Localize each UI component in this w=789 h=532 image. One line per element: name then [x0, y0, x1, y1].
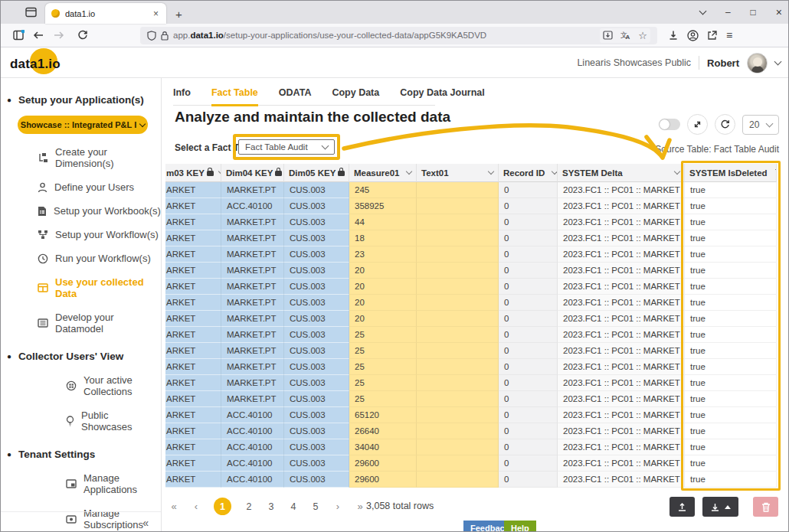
- reload-icon[interactable]: [73, 26, 93, 44]
- table-row[interactable]: ARKETMARKET.PTCUS.0032002023.FC1 :: PC01…: [165, 263, 777, 279]
- tab-info[interactable]: Info: [173, 87, 191, 105]
- table-cell[interactable]: 2023.FC1 :: PC01 :: MARKET: [558, 295, 685, 311]
- table-cell[interactable]: CUS.003: [284, 439, 349, 455]
- table-cell[interactable]: 2023.FC1 :: PC01 :: MARKET: [558, 279, 685, 295]
- table-cell[interactable]: [417, 439, 499, 455]
- table-row[interactable]: ARKETMARKET.PTCUS.0032502023.FC1 :: PC01…: [165, 327, 777, 343]
- table-cell[interactable]: ARKET: [165, 246, 221, 263]
- tab-fact-table[interactable]: Fact Table: [211, 87, 258, 106]
- table-cell[interactable]: true: [685, 423, 777, 439]
- table-cell[interactable]: MARKET.PT: [221, 295, 284, 311]
- table-cell[interactable]: MARKET.PT: [221, 182, 284, 198]
- table-cell[interactable]: 2023.FC1 :: PC01 :: MARKET: [558, 359, 685, 375]
- chevron-down-icon[interactable]: [674, 168, 680, 175]
- table-cell[interactable]: true: [685, 230, 777, 246]
- table-cell[interactable]: MARKET.PT: [221, 263, 284, 279]
- table-cell[interactable]: MARKET.PT: [221, 230, 284, 246]
- sidebar-section-setup-applications[interactable]: ● Setup your Application(s): [7, 94, 161, 106]
- table-cell[interactable]: 18: [349, 230, 417, 246]
- page-2[interactable]: 2: [244, 501, 254, 512]
- account-icon[interactable]: [687, 30, 699, 41]
- table-cell[interactable]: CUS.003: [284, 343, 349, 359]
- table-cell[interactable]: true: [685, 311, 777, 327]
- table-cell[interactable]: MARKET.PT: [221, 214, 284, 230]
- delete-button[interactable]: [753, 497, 778, 517]
- save-page-icon[interactable]: [603, 31, 613, 40]
- table-cell[interactable]: true: [685, 439, 777, 455]
- table-row[interactable]: ARKETMARKET.PTCUS.0032502023.FC1 :: PC01…: [165, 359, 777, 375]
- table-cell[interactable]: 2023.FC1 :: PC01 :: MARKET: [558, 263, 685, 279]
- browser-tab[interactable]: data1.io ×: [45, 3, 166, 24]
- table-cell[interactable]: true: [685, 263, 777, 279]
- table-cell[interactable]: true: [685, 407, 777, 423]
- table-cell[interactable]: 34040: [349, 439, 417, 455]
- edit-toggle[interactable]: [659, 119, 680, 130]
- table-cell[interactable]: CUS.003: [284, 472, 349, 488]
- table-cell[interactable]: [417, 375, 499, 391]
- fact-table-select[interactable]: Fact Table Audit: [238, 139, 335, 155]
- table-cell[interactable]: [417, 455, 499, 472]
- table-cell[interactable]: 2023.FC1 :: PC01 :: MARKET: [558, 472, 685, 488]
- sidebar-item-develop-datamodel[interactable]: Develop your Datamodel: [1, 312, 161, 335]
- table-cell[interactable]: ARKET: [165, 375, 221, 391]
- shield-icon[interactable]: [147, 31, 156, 41]
- tab-copy-data[interactable]: Copy Data: [332, 87, 379, 105]
- menu-icon[interactable]: ≡: [726, 29, 732, 41]
- table-cell[interactable]: ACC.40100: [221, 472, 284, 488]
- url-text[interactable]: app.data1.io/setup-your-applications/use…: [173, 31, 595, 40]
- table-cell[interactable]: 29600: [349, 455, 417, 472]
- column-header[interactable]: Record ID: [499, 164, 558, 182]
- collapse-icon[interactable]: «: [142, 517, 149, 529]
- chevron-down-icon[interactable]: [488, 168, 494, 175]
- table-cell[interactable]: [417, 407, 499, 423]
- list-tabs-icon[interactable]: [699, 8, 706, 15]
- table-cell[interactable]: MARKET.PT: [221, 343, 284, 359]
- table-cell[interactable]: true: [685, 455, 777, 472]
- table-cell[interactable]: 2023.FC1 :: PC01 :: MARKET: [558, 375, 685, 391]
- table-cell[interactable]: ARKET: [165, 472, 221, 488]
- sidebar-item-active-collections[interactable]: Your active Collections: [1, 374, 161, 397]
- column-header[interactable]: Dim05 KEY: [284, 164, 349, 182]
- table-cell[interactable]: CUS.003: [284, 311, 349, 327]
- table-cell[interactable]: ARKET: [165, 295, 221, 311]
- caret-up-icon[interactable]: [725, 505, 731, 509]
- download-button[interactable]: [702, 497, 738, 517]
- table-cell[interactable]: 20: [349, 279, 417, 295]
- user-menu-chevron-icon[interactable]: [774, 58, 782, 66]
- table-cell[interactable]: CUS.003: [284, 182, 349, 198]
- table-cell[interactable]: ARKET: [165, 423, 221, 439]
- downloads-icon[interactable]: [668, 30, 679, 41]
- table-row[interactable]: ARKETMARKET.PTCUS.0032302023.FC1 :: PC01…: [165, 246, 777, 263]
- app-logo[interactable]: data1.io: [10, 57, 61, 72]
- table-cell[interactable]: true: [685, 198, 777, 214]
- table-cell[interactable]: CUS.003: [284, 279, 349, 295]
- table-cell[interactable]: 0: [499, 279, 558, 295]
- table-cell[interactable]: 20: [349, 263, 417, 279]
- table-cell[interactable]: 25: [349, 391, 417, 407]
- table-cell[interactable]: 25: [349, 375, 417, 391]
- translate-icon[interactable]: 文A: [620, 31, 630, 40]
- table-cell[interactable]: MARKET.PT: [221, 359, 284, 375]
- table-cell[interactable]: 0: [499, 359, 558, 375]
- table-cell[interactable]: true: [685, 279, 777, 295]
- table-cell[interactable]: 44: [349, 214, 417, 230]
- table-cell[interactable]: ARKET: [165, 311, 221, 327]
- table-cell[interactable]: ARKET: [165, 359, 221, 375]
- avatar[interactable]: [747, 53, 768, 73]
- table-row[interactable]: ARKETMARKET.PTCUS.0032002023.FC1 :: PC01…: [165, 311, 777, 327]
- table-row[interactable]: ARKETMARKET.PTCUS.0034402023.FC1 :: PC01…: [165, 214, 777, 230]
- page-next[interactable]: ›: [333, 501, 342, 512]
- table-cell[interactable]: 0: [499, 182, 558, 198]
- column-header[interactable]: SYSTEM IsDeleted: [685, 164, 777, 182]
- table-cell[interactable]: MARKET.PT: [221, 279, 284, 295]
- table-cell[interactable]: 20: [349, 311, 417, 327]
- page-4[interactable]: 4: [289, 501, 298, 512]
- table-cell[interactable]: 2023.FC1 :: PC01 :: MARKET: [558, 246, 685, 263]
- tab-close-icon[interactable]: ×: [152, 8, 160, 19]
- table-cell[interactable]: 0: [499, 214, 558, 230]
- table-cell[interactable]: MARKET.PT: [221, 246, 284, 263]
- sidebar-item-public-showcases[interactable]: Public Showcases: [1, 410, 161, 432]
- page-1[interactable]: 1: [214, 498, 231, 515]
- table-cell[interactable]: ARKET: [165, 198, 221, 214]
- expand-button[interactable]: [687, 114, 708, 135]
